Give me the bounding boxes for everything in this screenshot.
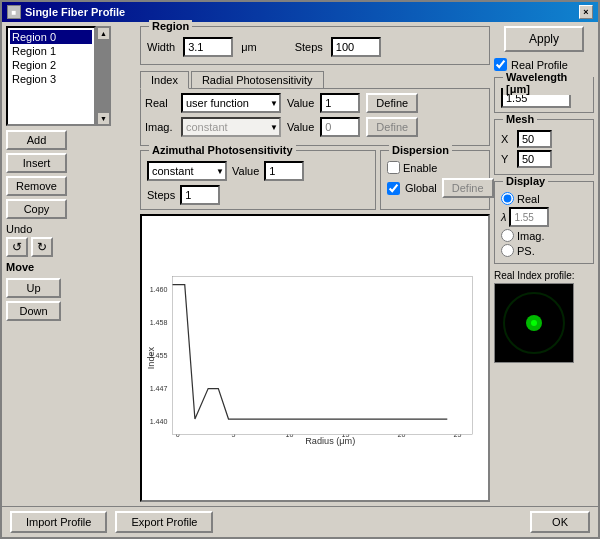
close-button[interactable]: × — [579, 5, 593, 19]
wavelength-legend: Wavelength [μm] — [503, 71, 593, 95]
move-down-button[interactable]: Down — [6, 301, 61, 321]
imag-value-input[interactable] — [320, 117, 360, 137]
dispersion-global-checkbox[interactable] — [387, 182, 400, 195]
dispersion-global-label: Global — [405, 182, 437, 194]
dispersion-enable-checkbox[interactable] — [387, 161, 400, 174]
azimuthal-legend: Azimuthal Photosensitivity — [149, 144, 296, 156]
tab-radial[interactable]: Radial Photosensitivity — [191, 71, 324, 88]
scroll-track — [97, 40, 110, 112]
tab-index[interactable]: Index — [140, 71, 189, 89]
main-window: ■ Single Fiber Profile × Region 0 Region… — [0, 0, 600, 539]
mesh-legend: Mesh — [503, 113, 537, 125]
undo-button[interactable]: ↺ — [6, 237, 28, 257]
redo-button[interactable]: ↻ — [31, 237, 53, 257]
undo-label: Undo — [6, 223, 136, 235]
region-list-container: Region 0 Region 1 Region 2 Region 3 ▲ ▼ — [6, 26, 136, 126]
define-real-button[interactable]: Define — [366, 93, 418, 113]
move-label: Move — [6, 261, 136, 273]
mesh-x-label: X — [501, 133, 513, 145]
display-real-label: Real — [517, 193, 540, 205]
azimuthal-group: Azimuthal Photosensitivity constant user… — [140, 150, 376, 210]
width-unit: μm — [241, 41, 257, 53]
define-imag-button[interactable]: Define — [366, 117, 418, 137]
real-value-input[interactable] — [320, 93, 360, 113]
width-input[interactable] — [183, 37, 233, 57]
insert-button[interactable]: Insert — [6, 153, 67, 173]
bottom-bar: Import Profile Export Profile OK — [2, 506, 598, 537]
move-up-button[interactable]: Up — [6, 278, 61, 298]
dispersion-legend: Dispersion — [389, 144, 452, 156]
scroll-down-button[interactable]: ▼ — [97, 112, 110, 125]
ok-button[interactable]: OK — [530, 511, 590, 533]
wavelength-group: Wavelength [μm] — [494, 77, 594, 113]
bottom-buttons: Import Profile Export Profile — [10, 511, 213, 533]
mesh-x-input[interactable] — [517, 130, 552, 148]
azimuthal-type-dropdown[interactable]: constant user function — [147, 161, 227, 181]
svg-rect-11 — [173, 277, 473, 435]
imag-label: Imag. — [145, 121, 175, 133]
svg-text:1.458: 1.458 — [150, 319, 168, 327]
display-ps-label: PS. — [517, 245, 535, 257]
remove-button[interactable]: Remove — [6, 176, 67, 196]
import-button[interactable]: Import Profile — [10, 511, 107, 533]
imag-value-label: Value — [287, 121, 314, 133]
real-label: Real — [145, 97, 175, 109]
display-ps-radio[interactable] — [501, 244, 514, 257]
scroll-up-button[interactable]: ▲ — [97, 27, 110, 40]
title-bar: ■ Single Fiber Profile × — [2, 2, 598, 22]
display-legend: Display — [503, 175, 548, 187]
index-content: Real constant user function formula Valu… — [140, 88, 490, 146]
bottom-panels: Azimuthal Photosensitivity constant user… — [140, 150, 490, 210]
real-type-dropdown[interactable]: constant user function formula — [181, 93, 281, 113]
index-section: Index Radial Photosensitivity Real const… — [140, 69, 490, 146]
window-icon: ■ — [7, 5, 21, 19]
add-button[interactable]: Add — [6, 130, 67, 150]
display-real-radio[interactable] — [501, 192, 514, 205]
real-profile-label: Real Profile — [511, 59, 568, 71]
window-title: Single Fiber Profile — [25, 6, 125, 18]
chart-area: Index Radius (μm) 1.460 1.458 1.455 1.44… — [140, 214, 490, 502]
azimuthal-steps-input[interactable] — [180, 185, 220, 205]
index-profile-section: Real Index profile: — [494, 270, 594, 363]
steps-input[interactable] — [331, 37, 381, 57]
azimuthal-type-wrapper: constant user function — [147, 161, 227, 181]
region-listbox[interactable]: Region 0 Region 1 Region 2 Region 3 — [6, 26, 96, 126]
real-profile-checkbox[interactable] — [494, 58, 507, 71]
export-button[interactable]: Export Profile — [115, 511, 213, 533]
svg-text:1.447: 1.447 — [150, 385, 168, 393]
region-group-legend: Region — [149, 20, 192, 32]
svg-text:1.455: 1.455 — [150, 352, 168, 360]
region-item-2[interactable]: Region 2 — [10, 58, 92, 72]
move-area: Move Up Down — [6, 261, 136, 321]
display-imag-radio[interactable] — [501, 229, 514, 242]
mesh-group: Mesh X Y — [494, 119, 594, 175]
main-content: Region 0 Region 1 Region 2 Region 3 ▲ ▼ … — [2, 22, 598, 506]
index-chart: Index Radius (μm) 1.460 1.458 1.455 1.44… — [142, 216, 488, 500]
width-label: Width — [147, 41, 175, 53]
svg-point-15 — [531, 320, 537, 326]
display-lambda-input[interactable] — [509, 207, 549, 227]
azimuthal-value-input[interactable] — [264, 161, 304, 181]
azimuthal-value-label: Value — [232, 165, 259, 177]
undo-area: Undo ↺ ↻ — [6, 223, 136, 257]
region-item-1[interactable]: Region 1 — [10, 44, 92, 58]
svg-text:1.440: 1.440 — [150, 418, 168, 426]
copy-button[interactable]: Copy — [6, 199, 67, 219]
real-type-wrapper: constant user function formula — [181, 93, 281, 113]
apply-button[interactable]: Apply — [504, 26, 584, 52]
listbox-scrollbar[interactable]: ▲ ▼ — [96, 26, 111, 126]
display-lambda-icon: λ — [501, 211, 506, 223]
azimuthal-steps-label: Steps — [147, 189, 175, 201]
middle-panel: Region Width μm Steps Index Radial Photo… — [140, 26, 490, 502]
region-item-0[interactable]: Region 0 — [10, 30, 92, 44]
index-preview — [494, 283, 574, 363]
real-value-label: Value — [287, 97, 314, 109]
dispersion-group: Dispersion Enable Global Define — [380, 150, 490, 210]
real-profile-area: Real Profile — [494, 58, 594, 71]
index-preview-chart — [495, 284, 573, 362]
mesh-y-input[interactable] — [517, 150, 552, 168]
tab-bar: Index Radial Photosensitivity — [140, 71, 490, 88]
dispersion-define-button[interactable]: Define — [442, 178, 494, 198]
region-item-3[interactable]: Region 3 — [10, 72, 92, 86]
imag-type-dropdown[interactable]: constant user function formula — [181, 117, 281, 137]
